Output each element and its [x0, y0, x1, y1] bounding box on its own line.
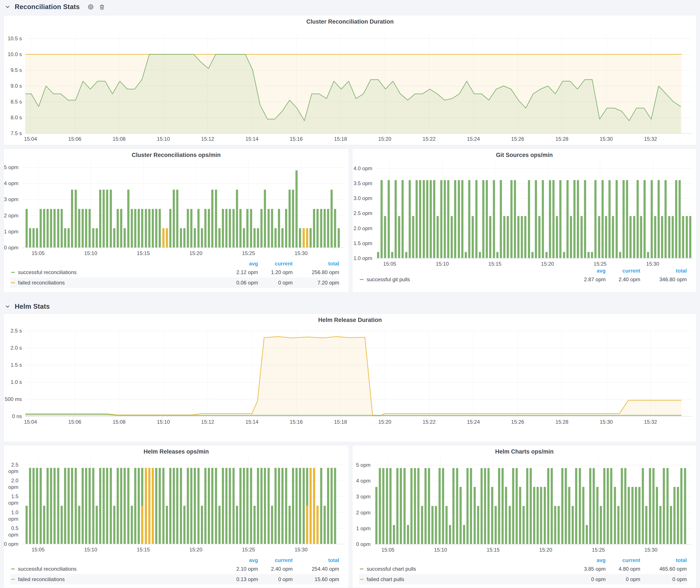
bar [36, 468, 38, 544]
bar [603, 468, 605, 544]
series-label[interactable]: failed reconciliations [18, 576, 217, 582]
gridline [374, 465, 692, 465]
bar [393, 525, 395, 544]
legend-col-avg[interactable]: avg [565, 557, 606, 563]
bar [99, 468, 101, 544]
legend-col-current[interactable]: current [258, 557, 293, 563]
bar [624, 468, 626, 544]
bar [579, 468, 581, 544]
y-tick-label: 3.0 opm [352, 195, 372, 202]
series-label[interactable]: successful reconciliations [18, 269, 217, 275]
bar-failed [148, 468, 150, 544]
legend-col-current[interactable]: current [606, 557, 640, 563]
plot-area[interactable]: 0 opm0.5 opm1.0 opm1.5 opm2.0 opm2.5 opm… [22, 457, 345, 544]
panel-title[interactable]: Helm Release Duration [4, 317, 696, 323]
stat-avg: 2.10 opm [217, 566, 258, 572]
bar [53, 209, 56, 247]
chevron-down-icon[interactable] [3, 302, 12, 311]
bar [243, 228, 245, 247]
chevron-down-icon[interactable] [3, 3, 12, 11]
bar [659, 506, 661, 544]
legend-col-avg[interactable]: avg [217, 261, 258, 267]
bar [299, 468, 301, 544]
stat-current: 1.20 opm [258, 269, 293, 275]
bar-failed [145, 468, 147, 544]
bar [575, 468, 577, 544]
bar [274, 228, 277, 247]
bar [649, 468, 651, 544]
plot-area[interactable]: 7.5 s8.0 s8.5 s9.0 s9.5 s10.0 s10.5 s15:… [25, 34, 692, 133]
legend-col-total[interactable]: total [293, 557, 339, 563]
x-tick-label: 15:10 [76, 250, 106, 256]
bar [40, 209, 42, 247]
bar [331, 190, 333, 247]
legend-col-total[interactable]: total [640, 268, 687, 274]
x-tick-label: 15:12 [192, 136, 223, 142]
trash-icon[interactable] [98, 3, 106, 11]
section-title[interactable]: Reconciliation Stats [15, 3, 80, 11]
plot-area[interactable]: 0 ns500 ms1.0 s1.5 s2.0 s2.5 s15:0415:06… [25, 330, 692, 416]
bar [449, 525, 451, 544]
series-label[interactable]: failed chart pulls [367, 576, 565, 582]
legend-col-avg[interactable]: avg [565, 268, 606, 274]
gear-icon[interactable] [87, 3, 95, 11]
bar [572, 506, 574, 544]
x-tick-label: 15:10 [427, 261, 457, 267]
bar [268, 468, 270, 544]
bar [82, 209, 84, 247]
legend-col-total[interactable]: total [640, 557, 687, 563]
bar [593, 468, 595, 544]
bar [679, 180, 681, 258]
series-color-dash [360, 579, 364, 580]
bar [409, 180, 411, 258]
y-tick-label: 10.0 s [4, 51, 22, 58]
legend-col-avg[interactable]: avg [217, 557, 258, 563]
panel-title[interactable]: Cluster Reconciliation Duration [4, 18, 696, 25]
legend-col-current[interactable]: current [606, 268, 640, 274]
plot-area[interactable]: 0 opm1 opm2 opm3 opm4 opm5 opm15:0515:10… [22, 161, 345, 248]
bar [652, 468, 655, 544]
bar [538, 216, 540, 258]
panel-title[interactable]: Helm Releases ops/min [4, 448, 349, 455]
section-title[interactable]: Helm Stats [15, 303, 50, 310]
bar [187, 468, 189, 544]
panel-title[interactable]: Helm Charts ops/min [352, 448, 696, 455]
panel-title[interactable]: Git Sources ops/min [352, 152, 696, 158]
bar [204, 209, 206, 247]
stat-total: 15.60 opm [293, 576, 339, 582]
plot-area[interactable]: 1.0 opm1.5 opm2.0 opm2.5 opm3.0 opm3.5 o… [376, 161, 693, 258]
bar [225, 209, 227, 247]
bar [435, 506, 437, 544]
section-reconciliation-stats[interactable]: Reconciliation Stats [3, 2, 106, 12]
bar [677, 487, 679, 544]
bar [388, 180, 390, 258]
panel-title[interactable]: Cluster Reconciliations ops/min [4, 152, 349, 158]
bar [468, 180, 470, 258]
plot-area[interactable]: 0 opm1 opm2 opm3 opm4 opm5 opm15:0515:10… [374, 457, 692, 544]
bar [626, 180, 628, 258]
series-label[interactable]: failed reconciliations [18, 280, 217, 286]
bar [327, 468, 329, 544]
bar [208, 468, 210, 544]
bar-failed [162, 228, 165, 247]
bar [71, 468, 73, 544]
legend-col-total[interactable]: total [293, 261, 339, 267]
section-helm-stats[interactable]: Helm Stats [3, 301, 50, 312]
bar [549, 180, 551, 258]
bar [673, 487, 676, 544]
bar [598, 216, 600, 258]
legend-header: avg current total [10, 260, 339, 267]
bar [92, 228, 94, 247]
bar [257, 468, 259, 544]
legend-col-current[interactable]: current [258, 261, 293, 267]
bar [169, 209, 171, 247]
bar [152, 209, 154, 247]
y-tick-label: 1.5 s [4, 362, 22, 368]
series-label[interactable]: successful git pulls [367, 276, 565, 283]
bar [320, 209, 322, 247]
x-tick-label: 15:25 [233, 250, 264, 256]
x-tick-label: 15:30 [636, 547, 666, 553]
series-label[interactable]: successful reconciliations [18, 566, 217, 572]
bar [396, 468, 398, 544]
series-label[interactable]: successful chart pulls [367, 566, 565, 572]
